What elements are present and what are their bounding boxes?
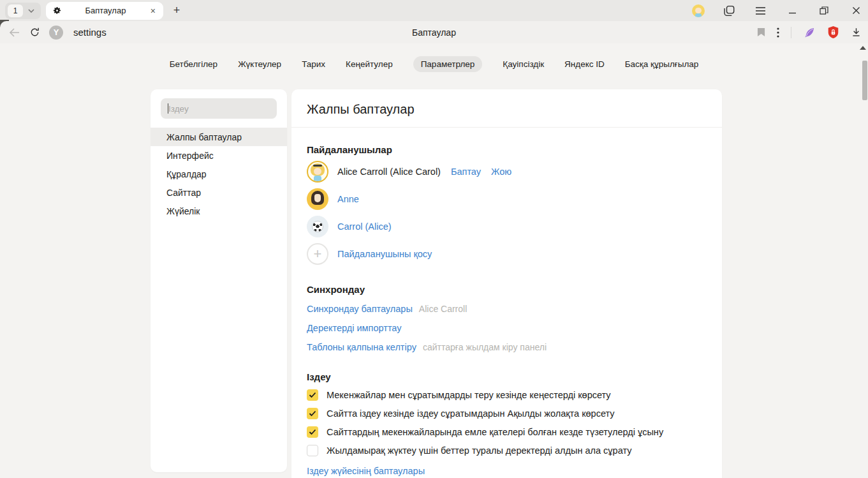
side-panels-icon[interactable] [720,3,737,19]
tab-title: Баптаулар [62,6,149,15]
restore-tableau-link[interactable]: Таблоны қалпына келтіру [307,342,416,352]
nav-tab-other-devices[interactable]: Басқа құрылғылар [625,56,699,72]
search-input[interactable] [161,98,277,119]
user-avatar-alice-icon [307,161,328,183]
user-row: Anne [307,188,707,210]
user-name: Alice Carroll (Alice Carol) [337,167,441,177]
sidebar-item-sites[interactable]: Сайттар [151,183,287,202]
search-engine-settings-link[interactable]: Іздеу жүйесінің баптаулары [307,466,425,476]
address-bar-page-title: Баптаулар [0,27,868,38]
close-window-button[interactable] [848,3,864,19]
sync-row: Синхрондау баптаулары Alice Carroll [307,304,707,314]
address-bar[interactable]: Y settings Баптаулар [0,21,868,43]
nav-tab-downloads[interactable]: Жүктеулер [238,56,281,72]
site-badge-icon[interactable]: Y [49,26,63,40]
text-caret [168,103,168,114]
user-link[interactable]: Carrol (Alice) [337,221,392,232]
user-configure-link[interactable]: Баптау [451,167,481,177]
user-link[interactable]: Anne [337,194,359,204]
nav-tab-yandex-id[interactable]: Яндекс ID [564,56,605,72]
toolbar-divider [791,27,791,38]
sidebar-item-general[interactable]: Жалпы баптаулар [151,128,287,146]
add-user-link[interactable]: Пайдаланушыны қосу [337,249,432,259]
avatar-face [695,8,702,13]
gear-icon [52,6,62,15]
checkbox-checked[interactable] [307,389,318,401]
sync-row: Таблоны қалпына келтіру сайттарға жылдам… [307,342,707,352]
sidebar-item-system[interactable]: Жүйелік [151,202,287,220]
import-data-link[interactable]: Деректерді импорттау [307,323,402,333]
user-row: Carrol (Alice) [307,216,707,237]
close-tab-icon[interactable]: × [149,6,157,16]
user-row: Alice Carroll (Alice Carol) Баптау Жою [307,161,707,183]
option-label: Сайтта іздеу кезінде іздеу сұратымдарын … [327,408,615,419]
kebab-menu-icon[interactable] [777,27,779,38]
page-scrollbar[interactable] [862,43,868,478]
scrollbar-up-arrow[interactable] [860,46,866,50]
sidebar-item-interface[interactable]: Интерфейс [151,146,287,165]
checkbox-checked[interactable] [307,426,318,438]
avatar-dress [695,13,702,17]
settings-content: Жалпы баптаулар Пайдаланушылар Alice Car… [291,89,722,478]
add-user-row[interactable]: + Пайдаланушыны қосу [307,243,707,265]
chevron-down-icon[interactable] [28,9,34,13]
titlebar: 1 Баптаулар × + [0,0,868,21]
new-tab-button[interactable]: + [168,3,185,19]
sync-account-note: Alice Carroll [419,304,467,314]
add-user-plus-icon[interactable]: + [307,243,328,265]
user-avatar-anne-icon [307,188,328,210]
tab-count-badge[interactable]: 1 [8,4,23,17]
checkbox-unchecked[interactable] [307,445,318,456]
tab-group-control[interactable]: 1 [5,3,41,19]
sync-heading: Синхрондау [307,284,707,295]
option-label: Мекенжайлар мен сұратымдарды теру кезінд… [327,390,611,400]
back-icon[interactable] [9,27,20,38]
protect-shield-icon[interactable] [827,26,839,39]
search-option-row: Мекенжайлар мен сұратымдарды теру кезінд… [307,389,707,401]
search-heading: Іздеу [307,371,707,382]
reload-icon[interactable] [29,27,40,38]
download-icon[interactable] [851,27,862,38]
option-label: Сайттардың мекенжайларында емле қателері… [327,427,663,437]
user-avatar-soccer-icon [307,216,328,237]
page-title: Жалпы баптаулар [307,102,707,117]
nav-tab-extensions[interactable]: Кеңейтулер [346,56,393,72]
menu-hamburger-icon[interactable] [752,3,769,19]
minimize-button[interactable] [784,3,800,19]
nav-tab-bookmarks[interactable]: Бетбелгілер [170,56,217,72]
search-option-row: Сайттардың мекенжайларында емле қателері… [307,426,707,438]
sidebar-item-tools[interactable]: Құралдар [151,165,287,183]
settings-nav: Бетбелгілер Жүктеулер Тарих Кеңейтулер П… [0,56,868,72]
settings-sidebar: Жалпы баптаулар Интерфейс Құралдар Сайтт… [151,89,287,472]
nav-tab-settings[interactable]: Параметрлер [413,56,483,72]
bookmark-flag-icon[interactable] [757,27,765,37]
option-label: Жылдамырақ жүктеу үшін беттер туралы дер… [327,445,631,456]
users-heading: Пайдаланушылар [307,144,707,155]
search-option-row: Жылдамырақ жүктеу үшін беттер туралы дер… [307,445,707,456]
nav-tab-history[interactable]: Тарих [302,56,325,72]
tableau-note: сайттарға жылдам кіру панелі [423,342,547,352]
profile-avatar[interactable] [692,4,705,17]
feather-extension-icon[interactable] [803,26,816,39]
search-option-row: Сайтта іздеу кезінде іздеу сұратымдарын … [307,408,707,419]
user-remove-link[interactable]: Жою [491,167,511,177]
sync-settings-link[interactable]: Синхрондау баптаулары [307,304,413,314]
nav-tab-security[interactable]: Қауіпсіздік [503,56,544,72]
checkbox-checked[interactable] [307,408,318,419]
url-text[interactable]: settings [73,27,107,38]
sync-row: Деректерді импорттау [307,323,707,333]
restore-window-button[interactable] [816,3,832,19]
browser-tab[interactable]: Баптаулар × [46,2,163,20]
